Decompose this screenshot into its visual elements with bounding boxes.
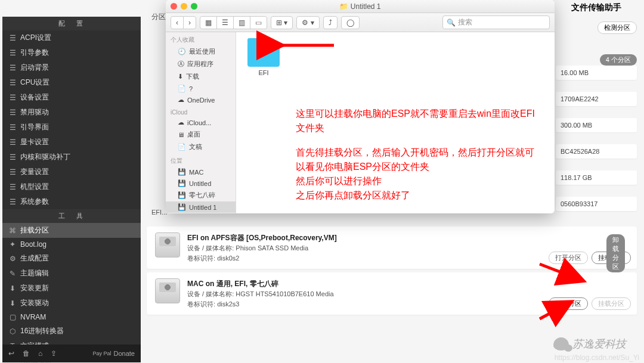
sidebar-onedrive[interactable]: ☁ OneDrive — [166, 94, 236, 106]
sidebar-item-hex[interactable]: ⬡16进制转换器 — [2, 324, 141, 339]
clover-sidebar: 配 置 ☰ACPI设置 ☰引导参数 ☰启动背景 ☰CPU设置 ☰设备设置 ☰禁用… — [2, 17, 141, 362]
sidebar-item[interactable]: ☰禁用驱动 — [2, 105, 141, 120]
partition-title: EFI on APFS容器 [OS,Preboot,Recovery,VM] — [187, 232, 337, 243]
right-column: 文件传输助手 检测分区 4 个分区 16.00 MB 1709AE2242 30… — [556, 0, 637, 211]
trash-icon[interactable]: 🗑 — [23, 349, 30, 358]
wechat-icon — [553, 337, 569, 350]
finder-window: 📁 Untitled 1 ‹ › ▦ ☰ ▥ ▭ ⊞ ▾ ⚙ ▾ ⤴ ◯ 🔍 搜… — [166, 0, 555, 213]
sidebar-item-update[interactable]: ⬇安装更新 — [2, 281, 141, 296]
export-icon[interactable]: ⇪ — [51, 349, 57, 358]
list-icon: ☰ — [8, 153, 17, 162]
folder-label: EFI — [246, 69, 281, 76]
icloud-section: iCloud — [166, 106, 236, 117]
sidebar-downloads[interactable]: ⬇ 下载 — [166, 70, 236, 83]
sidebar-documents[interactable]: 📄 文稿 — [166, 141, 236, 153]
svg-line-2 — [540, 303, 569, 319]
sidebar-item[interactable]: ☰引导界面 — [2, 120, 141, 135]
right-header: 文件传输助手 — [556, 0, 637, 15]
sidebar-item-gen[interactable]: ⚙生成配置 — [2, 251, 141, 266]
disk-icon — [155, 278, 180, 303]
sidebar-item[interactable]: ☰显卡设置 — [2, 135, 141, 150]
sidebar-item[interactable]: ☰CPU设置 — [2, 75, 141, 90]
info-cell: 16.00 MB — [556, 66, 637, 80]
finder-titlebar[interactable]: 📁 Untitled 1 — [166, 0, 555, 13]
sidebar-volume[interactable]: 💾 零七八碎 — [166, 189, 236, 201]
icon-view-button[interactable]: ▦ — [200, 16, 217, 29]
locations-section: 位置 — [166, 153, 236, 166]
annotation-text: 首先得挂载分区，然后输入开机密码，然后打开分区就可以看见你电脑ESP分区的文件夹… — [296, 145, 540, 203]
detect-partition-button[interactable]: 检测分区 — [597, 21, 637, 34]
download-icon: ⬇ — [8, 284, 17, 293]
minimize-icon[interactable] — [181, 3, 187, 10]
close-icon[interactable] — [171, 3, 177, 10]
gallery-view-button[interactable]: ▭ — [250, 16, 267, 29]
column-view-button[interactable]: ▥ — [233, 16, 250, 29]
download-icon: ⬇ — [8, 299, 17, 308]
maximize-icon[interactable] — [191, 3, 197, 10]
back-icon[interactable]: ↩ — [8, 349, 14, 358]
sidebar-desktop[interactable]: 🖥 桌面 — [166, 128, 236, 141]
share-button[interactable]: ⤴ — [323, 16, 338, 29]
list-icon: ☰ — [8, 108, 17, 117]
annotation-arrow — [274, 38, 340, 55]
gear-icon: ⚙ — [8, 255, 17, 263]
partition-info: MAC on 通用, EFI, 零七八碎 设备 / 媒体名称: HGST HTS… — [187, 278, 334, 309]
brush-icon: ✎ — [8, 269, 17, 278]
sidebar-volume-selected[interactable]: 💾 Untitled 1 — [166, 201, 236, 213]
sidebar-item[interactable]: ☰设备设置 — [2, 90, 141, 105]
nav-buttons: ‹ › — [171, 16, 196, 29]
sidebar-item-theme[interactable]: ✎主题编辑 — [2, 266, 141, 281]
list-icon: ☰ — [8, 94, 17, 102]
info-cell: 0560B93317 — [556, 197, 637, 211]
view-buttons: ▦ ☰ ▥ ▭ — [200, 16, 267, 29]
back-button[interactable]: ‹ — [171, 16, 184, 29]
sidebar-volume[interactable]: 💾 MAC — [166, 166, 236, 178]
list-view-button[interactable]: ☰ — [216, 16, 234, 29]
donate-button[interactable]: Pay PalDonate — [92, 350, 135, 357]
config-list: ☰ACPI设置 ☰引导参数 ☰启动背景 ☰CPU设置 ☰设备设置 ☰禁用驱动 ☰… — [2, 30, 141, 209]
finder-content[interactable]: EFI 这里可以挂载你电脑的ESP就不需要重启去win里面改EFI文件夹 首先得… — [236, 32, 555, 213]
sidebar-item[interactable]: ☰内核和驱动补丁 — [2, 150, 141, 165]
annotation-arrow — [537, 261, 590, 287]
section-tools-title: 工 具 — [2, 209, 141, 223]
unmount-partition-button[interactable]: 卸载分区 — [606, 234, 625, 272]
log-icon: ✦ — [8, 240, 17, 249]
list-icon: ☰ — [8, 183, 17, 191]
finder-toolbar: ‹ › ▦ ☰ ▥ ▭ ⊞ ▾ ⚙ ▾ ⤴ ◯ 🔍 搜索 — [166, 13, 555, 32]
search-input[interactable]: 🔍 搜索 — [442, 15, 550, 29]
list-icon: ☰ — [8, 168, 17, 176]
list-icon: ☰ — [8, 49, 17, 57]
info-cell: 300.00 MB — [556, 118, 637, 132]
finder-sidebar: 个人收藏 🕘 最近使用 Ⓐ 应用程序 ⬇ 下载 📄 ? ☁ OneDrive i… — [166, 32, 236, 213]
action-button[interactable]: ⚙ ▾ — [296, 16, 319, 29]
sidebar-apps[interactable]: Ⓐ 应用程序 — [166, 58, 236, 70]
sidebar-item[interactable]: ☰机型设置 — [2, 179, 141, 194]
sidebar-item-nvram[interactable]: ▢NVRAM — [2, 311, 141, 324]
sidebar-item[interactable]: ☰系统参数 — [2, 194, 141, 209]
partition-count-badge: 4 个分区 — [600, 54, 637, 66]
sidebar-recent[interactable]: 🕘 最近使用 — [166, 45, 236, 58]
efi-label: EFI... — [151, 209, 167, 216]
sidebar-icloud[interactable]: ☁ iCloud... — [166, 117, 236, 128]
arrange-button[interactable]: ⊞ ▾ — [271, 16, 293, 29]
sidebar-volume[interactable]: 💾 Untitled — [166, 178, 236, 189]
tags-button[interactable]: ◯ — [341, 16, 360, 29]
mount-partition-button[interactable]: 挂载分区 — [592, 297, 631, 310]
forward-button[interactable]: › — [183, 16, 196, 29]
list-icon: ☰ — [8, 138, 17, 147]
sidebar-item[interactable]: ☰ACPI设置 — [2, 30, 141, 45]
sidebar-item[interactable]: ☰变量设置 — [2, 165, 141, 179]
sidebar-item[interactable]: ☰引导参数 — [2, 45, 141, 60]
home-icon[interactable]: ⌂ — [38, 349, 42, 358]
sidebar-item-mount[interactable]: ⌘挂载分区 — [2, 223, 141, 238]
partition-info: EFI on APFS容器 [OS,Preboot,Recovery,VM] 设… — [187, 232, 337, 263]
annotation-arrow — [537, 298, 578, 324]
hex-icon: ⬡ — [8, 327, 17, 336]
sidebar-item-driver[interactable]: ⬇安装驱动 — [2, 296, 141, 311]
sidebar-item-bootlog[interactable]: ✦Boot.log — [2, 238, 141, 251]
sidebar-unknown[interactable]: 📄 ? — [166, 83, 236, 94]
sidebar-item[interactable]: ☰启动背景 — [2, 60, 141, 75]
section-config-title: 配 置 — [2, 17, 141, 30]
window-title: 📁 Untitled 1 — [166, 2, 555, 11]
wechat-badge: 苏逸爱科技 — [553, 337, 626, 351]
